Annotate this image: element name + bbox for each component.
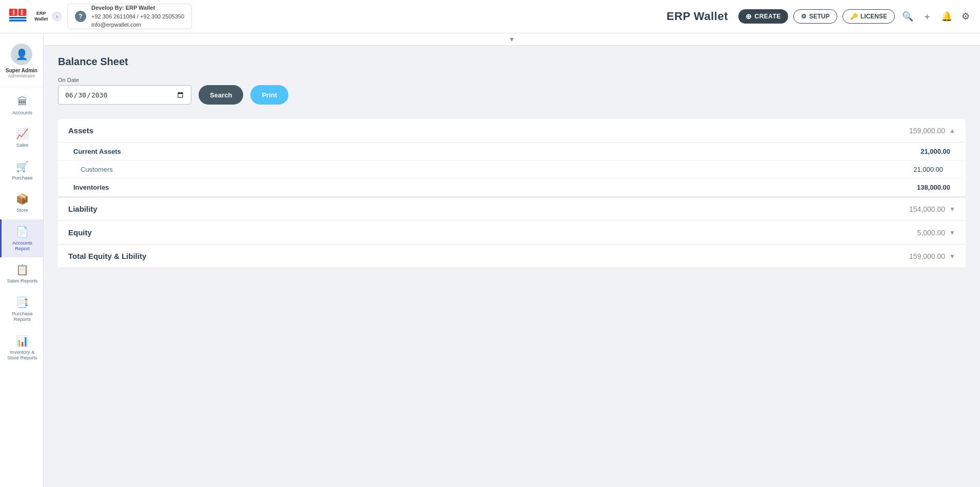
equity-amount: 5,000.00 ▼	[917, 229, 955, 237]
assets-section-header[interactable]: Assets 159,000.00 ▲	[58, 119, 966, 143]
inventories-amount: 138,000.00	[917, 184, 950, 191]
liability-section-header[interactable]: Liability 154,000.00 ▼	[58, 197, 966, 221]
customers-amount: 21,000.00	[913, 166, 943, 173]
app-brand-label: ERP Wallet	[667, 10, 728, 23]
inventories-row: Inventories 138,000.00	[58, 178, 966, 197]
assets-chevron-icon: ▲	[949, 127, 955, 134]
create-button[interactable]: ⊕ CREATE	[738, 9, 788, 24]
sidebar-store-label: Store	[16, 207, 28, 213]
sidebar-item-accounts-report[interactable]: 📄 Accounts Report	[0, 219, 43, 258]
accounts-icon: 🏛	[17, 96, 28, 108]
sidebar-item-purchase-reports[interactable]: 📑 Purchase Reports	[0, 290, 43, 329]
setup-button[interactable]: ⚙ SETUP	[793, 9, 837, 24]
sales-reports-icon: 📋	[16, 263, 29, 276]
license-icon: 🔑	[850, 13, 858, 20]
date-filter-group: On Date	[58, 77, 191, 105]
setup-icon: ⚙	[801, 13, 807, 20]
purchase-reports-icon: 📑	[16, 296, 29, 309]
accounts-report-icon: 📄	[16, 226, 29, 238]
company-phone: +92 306 2611084 / +92 300 2505350	[91, 12, 184, 21]
total-equity-liability-section-header[interactable]: Total Equity & Libility 159,000.00 ▼	[58, 245, 966, 268]
current-assets-section: Current Assets 21,000.00 Customers 21,00…	[58, 143, 966, 197]
top-navigation: ERP Wallet › ? Develop By: ERP Wallet +9…	[0, 0, 980, 33]
add-nav-button[interactable]: ＋	[920, 8, 934, 25]
license-button[interactable]: 🔑 LICENSE	[842, 9, 895, 24]
sidebar-user-section: 👤 Super Admin Administrator	[0, 38, 43, 87]
store-icon: 📦	[16, 193, 29, 205]
sidebar-purchase-reports-label: Purchase Reports	[6, 311, 39, 322]
sidebar-toggle-button[interactable]: ›	[52, 11, 62, 22]
nav-actions: ⊕ CREATE ⚙ SETUP 🔑 LICENSE 🔍 ＋ 🔔 ⚙	[738, 8, 972, 25]
sidebar-item-inventory-store-reports[interactable]: 📊 Inventory & Store Reports	[0, 329, 43, 367]
sidebar-item-purchase[interactable]: 🛒 Purchase	[0, 154, 43, 187]
sidebar-sales-reports-label: Sales Reports	[7, 278, 38, 283]
main-layout: 👤 Super Admin Administrator 🏛 Accounts 📈…	[0, 33, 980, 487]
liability-title: Liability	[68, 205, 97, 213]
avatar: 👤	[11, 44, 32, 65]
sidebar-accounts-label: Accounts	[12, 110, 32, 115]
svg-rect-6	[21, 10, 23, 15]
customers-label: Customers	[81, 166, 113, 173]
settings-button[interactable]: ⚙	[959, 9, 972, 24]
logo-icon	[8, 7, 27, 26]
search-nav-button[interactable]: 🔍	[900, 9, 915, 24]
sales-icon: 📈	[16, 128, 29, 140]
assets-title: Assets	[68, 126, 93, 135]
equity-section-header[interactable]: Equity 5,000.00 ▼	[58, 221, 966, 245]
inventories-label: Inventories	[73, 184, 109, 191]
current-assets-header: Current Assets 21,000.00	[58, 143, 966, 161]
sidebar-item-sales-reports[interactable]: 📋 Sales Reports	[0, 257, 43, 290]
total-equity-liability-title: Total Equity & Libility	[68, 252, 146, 260]
svg-rect-3	[9, 17, 27, 19]
sidebar-accounts-report-label: Accounts Report	[6, 240, 39, 252]
date-input[interactable]	[58, 85, 191, 105]
purchase-icon: 🛒	[16, 160, 29, 173]
sidebar-item-sales[interactable]: 📈 Sales	[0, 121, 43, 154]
equity-chevron-icon: ▼	[949, 229, 955, 236]
sidebar-purchase-label: Purchase	[12, 175, 32, 180]
current-assets-total: 21,000.00	[920, 148, 950, 155]
liability-chevron-icon: ▼	[949, 206, 955, 213]
filter-row: On Date Search Print	[58, 77, 966, 105]
collapse-bar[interactable]: ▼	[44, 33, 980, 46]
developed-by-label: Develop By: ERP Wallet	[91, 4, 184, 12]
date-filter-label: On Date	[58, 77, 191, 83]
inventory-store-reports-icon: 📊	[16, 335, 29, 347]
total-equity-liability-chevron-icon: ▼	[949, 253, 955, 260]
page-title: Balance Sheet	[58, 56, 966, 68]
sidebar-item-store[interactable]: 📦 Store	[0, 187, 43, 219]
create-icon: ⊕	[746, 12, 752, 21]
search-button[interactable]: Search	[199, 85, 243, 105]
current-assets-title: Current Assets	[73, 148, 121, 155]
company-info-text: Develop By: ERP Wallet +92 306 2611084 /…	[91, 4, 184, 29]
svg-rect-4	[9, 19, 27, 22]
company-email: info@erpwallet.com	[91, 21, 184, 29]
page-content: Balance Sheet On Date Search Print Asset…	[44, 46, 980, 487]
company-info-card: ? Develop By: ERP Wallet +92 306 2611084…	[67, 4, 192, 29]
info-icon[interactable]: ?	[75, 11, 86, 22]
content-area: ▼ Balance Sheet On Date Search Print Ass…	[44, 33, 980, 487]
equity-title: Equity	[68, 228, 92, 237]
print-button[interactable]: Print	[250, 85, 288, 105]
sidebar-inventory-store-reports-label: Inventory & Store Reports	[6, 349, 39, 361]
svg-rect-5	[13, 10, 15, 15]
notifications-button[interactable]: 🔔	[939, 9, 954, 24]
liability-amount: 154,000.00 ▼	[909, 205, 955, 213]
sidebar-sales-label: Sales	[16, 142, 29, 148]
sidebar: 👤 Super Admin Administrator 🏛 Accounts 📈…	[0, 33, 44, 487]
balance-sheet-table: Assets 159,000.00 ▲ Current Assets 21,00…	[58, 119, 966, 268]
sidebar-item-accounts[interactable]: 🏛 Accounts	[0, 90, 43, 121]
assets-total: 159,000.00 ▲	[909, 127, 955, 135]
user-role: Administrator	[8, 73, 35, 78]
user-name: Super Admin	[6, 68, 37, 73]
sidebar-logo[interactable]: ERP Wallet	[8, 7, 52, 26]
customers-row: Customers 21,000.00	[58, 161, 966, 178]
total-equity-liability-amount: 159,000.00 ▼	[909, 252, 955, 260]
sidebar-brand-label: ERP Wallet	[30, 11, 52, 22]
collapse-icon: ▼	[509, 36, 515, 43]
